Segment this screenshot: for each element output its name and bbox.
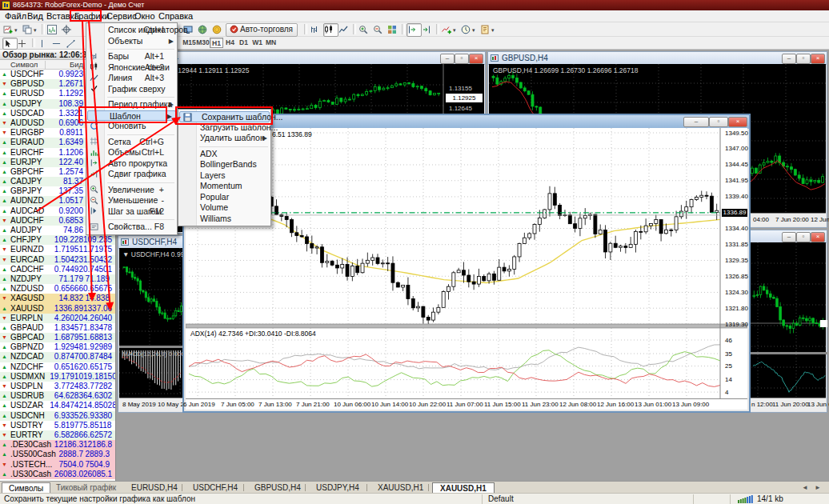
- market-watch-row[interactable]: ▲GBPNZD1.929481.92989: [0, 342, 115, 352]
- new-chart-button[interactable]: ▾: [2, 23, 18, 37]
- window-gbpusd-h4-title-bar[interactable]: GBPUSD,H4×▫‒: [488, 52, 827, 65]
- candles-chart-button[interactable]: [323, 23, 338, 37]
- menu-item-Сдвигграфика[interactable]: Сдвиг графика: [86, 169, 177, 180]
- bars-chart-button[interactable]: [309, 23, 324, 37]
- menu-Окно[interactable]: Окно: [132, 10, 158, 22]
- maximize-button[interactable]: ▫: [455, 54, 469, 64]
- periods-button[interactable]: ▾: [460, 23, 475, 37]
- market-watch-row[interactable]: ▲CADCHF0.744920.74501: [0, 265, 115, 274]
- crosshair-target-button[interactable]: [61, 23, 76, 37]
- menu-item-Бары[interactable]: БарыAlt+1: [86, 51, 177, 62]
- market-watch-row[interactable]: ▼USDPLN3.772483.77282: [0, 382, 115, 391]
- market-watch-row[interactable]: ▲.US30Cash26083.026085.1: [0, 470, 115, 479]
- auto-scroll-button[interactable]: [406, 23, 422, 37]
- market-watch-row[interactable]: ▲NZDUSD0.656660.65675: [0, 284, 115, 294]
- vertical-line-tool-button[interactable]: [37, 38, 52, 50]
- menu-item-Списокиндикаторов[interactable]: Список индикаторовCtrl+I: [86, 25, 177, 36]
- timeframe-MN[interactable]: MN: [264, 38, 278, 48]
- column-header-symbol[interactable]: Символ: [10, 60, 38, 69]
- tile-windows-button[interactable]: [386, 23, 402, 37]
- indicators-button[interactable]: ▾: [441, 23, 456, 37]
- timeframe-H1[interactable]: H1: [210, 38, 223, 48]
- chart-shift-button[interactable]: [421, 23, 436, 37]
- menu-item-Шаблон[interactable]: Шаблон▶: [87, 110, 176, 122]
- market-watch-row[interactable]: ▲NZDJPY71.17971.189: [0, 274, 115, 284]
- tab-scroll-left-button[interactable]: ◄: [802, 484, 808, 491]
- maximize-button[interactable]: ▫: [796, 232, 811, 242]
- menu-item-Свойства[interactable]: Свойства...F8: [86, 222, 177, 233]
- market-watch-row[interactable]: ▲XAUUSD1336.891337.06: [0, 304, 115, 314]
- templates-button[interactable]: ▾: [479, 23, 495, 37]
- submenu-item-Williams[interactable]: Williams: [178, 214, 270, 225]
- column-header-bid[interactable]: Бид: [48, 60, 83, 69]
- market-watch-row[interactable]: ▲USDMXN19.1791019.18150: [0, 372, 115, 382]
- timeframe-H4[interactable]: H4: [223, 38, 237, 48]
- community-button[interactable]: [211, 23, 226, 37]
- market-watch-row[interactable]: ▲.US500Cash2888.72889.3: [0, 450, 115, 459]
- menu-item-Японскиесвечи[interactable]: Японские свечиAlt+2: [86, 62, 177, 74]
- maximize-button[interactable]: ▫: [709, 117, 728, 127]
- menu-Справка[interactable]: Справка: [156, 10, 195, 22]
- menu-Вид[interactable]: Вид: [25, 10, 46, 22]
- menu-item-Обновить[interactable]: Обновить: [86, 121, 177, 132]
- sidebar-tab-tick-chart[interactable]: Тиковый график: [50, 482, 122, 494]
- news-button[interactable]: [197, 23, 212, 37]
- submenu-item-Layers[interactable]: Layers: [178, 170, 270, 182]
- submenu-item-Volume[interactable]: Volume: [178, 202, 270, 214]
- timeframe-W1[interactable]: W1: [250, 38, 264, 48]
- market-watch-row[interactable]: ▲.DE30Cash12186.312186.8: [0, 440, 115, 450]
- cursor-tool-button[interactable]: [2, 38, 18, 50]
- market-watch-row[interactable]: ▲USDZAR14.8474214.85028: [0, 401, 115, 410]
- minimize-button[interactable]: ‒: [683, 117, 709, 127]
- close-button[interactable]: ×: [811, 54, 825, 64]
- market-watch-row[interactable]: ▼EURNZD1.719511.71975: [0, 245, 115, 254]
- auto-trading-button[interactable]: Авто-торговля: [226, 23, 298, 37]
- minimize-button[interactable]: ‒: [782, 54, 796, 64]
- menu-item-Объекты[interactable]: Объекты▶: [86, 36, 177, 47]
- market-watch-row[interactable]: ▲NZDCAD0.874700.87484: [0, 352, 115, 362]
- timeframe-D1[interactable]: D1: [237, 38, 250, 48]
- chart-tab-USDJPYH4-3[interactable]: USDJPY,H4: [309, 482, 366, 494]
- market-watch-row[interactable]: ▲USDCNH6.933526.93380: [0, 411, 115, 421]
- submenu-item-Сохранитьшаблон[interactable]: Сохранить шаблон...: [179, 111, 270, 122]
- submenu-item-Удалитьшаблон[interactable]: Удалить шаблон▶: [178, 133, 270, 144]
- market-watch-row[interactable]: ▼.USTECH...7504.07504.9: [0, 460, 115, 470]
- menu-item-Шагзашагом[interactable]: Шаг за шагомF12: [86, 206, 177, 218]
- timeframe-M15[interactable]: M15: [182, 38, 196, 48]
- minimize-button[interactable]: ‒: [440, 54, 455, 64]
- status-profile[interactable]: Default: [488, 494, 514, 504]
- trendline-tool-button[interactable]: [66, 38, 81, 50]
- market-watch-row[interactable]: ▼EURPLN4.260204.26040: [0, 314, 115, 323]
- app-title-bar[interactable]: 8654373: RoboForex-Demo - Демо Счет: [0, 0, 829, 10]
- menu-item-Сетка[interactable]: СеткаCtrl+G: [86, 137, 177, 148]
- market-watch-row[interactable]: ▼EURCAD1.504231.50432: [0, 255, 115, 265]
- menu-item-Объемы[interactable]: ОбъемыCtrl+L: [86, 147, 177, 158]
- menu-item-Линия[interactable]: ЛинияAlt+3: [86, 73, 177, 84]
- submenu-item-Загрузитьшаблон[interactable]: Загрузить шаблон...: [178, 122, 270, 134]
- chart-tab-XAUUSDH1-4[interactable]: XAUUSD,H1: [370, 482, 431, 494]
- zoom-out-button[interactable]: [372, 23, 387, 37]
- chart-tab-USDCHFH4-1[interactable]: USDCHF,H4: [186, 482, 245, 494]
- profiles-button[interactable]: ▾: [22, 23, 37, 37]
- horizontal-line-tool-button[interactable]: [51, 38, 66, 50]
- chart-tab-EURUSDH4-0[interactable]: EURUSD,H4: [124, 482, 185, 494]
- close-button[interactable]: ×: [811, 232, 825, 242]
- market-watch-row[interactable]: ▲CHFJPY109.228109.235: [0, 235, 115, 245]
- maximize-button[interactable]: ▫: [796, 54, 811, 64]
- menu-item-Увеличение[interactable]: Увеличение+: [86, 185, 177, 196]
- line-chart-button[interactable]: [338, 23, 353, 37]
- chart-window-button[interactable]: [46, 23, 62, 37]
- menu-item-Уменьшение[interactable]: Уменьшение-: [86, 195, 177, 206]
- crosshair-tool-button[interactable]: [17, 38, 32, 50]
- close-button[interactable]: ×: [728, 117, 747, 127]
- submenu-item-Momentum[interactable]: Momentum: [178, 181, 270, 192]
- chart-tab-GBPUSDH4-2[interactable]: GBPUSD,H4: [247, 482, 308, 494]
- market-watch-row[interactable]: ▲NZDCHF0.651620.65175: [0, 362, 115, 372]
- market-watch-row[interactable]: ▲GBPAUD1.834571.83478: [0, 323, 115, 333]
- close-button[interactable]: ×: [469, 54, 483, 64]
- market-watch-row[interactable]: ▲USDRUB64.628364.6302: [0, 391, 115, 401]
- tab-scroll-right-button[interactable]: ►: [815, 484, 821, 491]
- submenu-item-Popular[interactable]: Popular: [178, 192, 270, 203]
- market-watch-row[interactable]: ▼GBPCAD1.687951.68813: [0, 333, 115, 342]
- market-watch-row[interactable]: ▼EURTRY6.582866.62572: [0, 430, 115, 440]
